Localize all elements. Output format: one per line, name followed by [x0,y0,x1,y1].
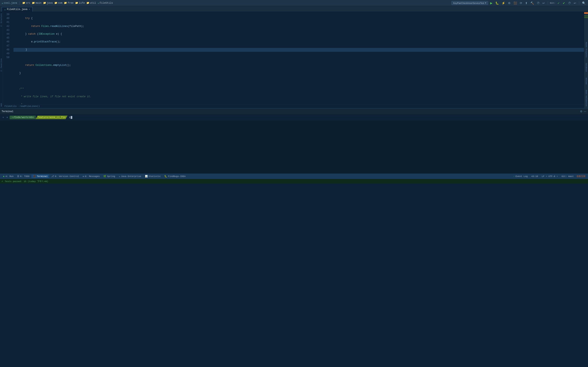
code-line-47 [13,79,584,83]
build-button[interactable]: 🔨 [530,1,535,5]
terminal-status-icon: ⬛ [33,175,36,178]
status-java-enterprise[interactable]: ☕ Java Enterprise [117,175,143,178]
profile-button[interactable]: ⚙ [507,1,511,5]
line-num-46: 46◆ [3,40,9,44]
terminal-close-button[interactable]: × [6,115,9,119]
toolbar-com[interactable]: 📁 com [54,1,62,4]
breadcrumb-class[interactable]: FileUtils [4,105,17,108]
code-line-41: } catch (IOException e) { [13,32,584,36]
git-check-button[interactable]: ✓ [557,1,561,5]
search-everywhere-button[interactable]: 🔍 [581,1,586,5]
java-enterprise-icon: ☕ [119,175,120,178]
git-branch-label: Git: mast [562,175,574,178]
status-version-control[interactable]: ⎇ 9: Version Control [50,175,81,178]
line-num-41: 41 [3,20,9,24]
status-encoding[interactable]: LF ÷ UTF-8 ÷ [540,175,559,178]
toolbar-sep-3 [579,1,579,5]
git-undo-button[interactable]: ↩ [573,1,577,5]
git-history-button[interactable]: ⏱ [567,1,572,5]
left-panel-spacer2 [0,73,3,101]
position-label: 43:10 [531,175,538,178]
todo-label: 6: TODO [20,175,29,178]
run-button[interactable]: ▶ [489,1,493,5]
git-tick-button[interactable]: ✔ [562,1,566,5]
git-label: Git: [550,2,555,4]
code-area[interactable]: 39 40 41 42 43 44 45 46◆ 47 48▼ 49 50 tr… [3,12,584,104]
status-git-branch[interactable]: Git: mast [560,175,575,178]
main-area: 2: Structure 2: Favorites Web 39 40 41 4… [0,12,588,108]
reload-button[interactable]: ⟳ [519,1,523,5]
scview-label[interactable]: SCView [585,77,588,85]
terminal-tabs-bar: + × ~/Code/work/ebs feature/aone_ci_fix … [0,115,588,120]
toolbar-free[interactable]: 📁 free [64,1,73,4]
toolbar-src[interactable]: 📁 src [22,1,30,4]
status-terminal[interactable]: ⬛ Terminal [31,175,49,178]
terminal-settings-button[interactable]: ⚙ [580,110,582,113]
terminal-path-branch: feature/aone_ci_fix [35,116,68,119]
statistic-icon: 📊 [145,175,148,178]
tests-passed-label: Tests passed: 15 (today 下午7:49) [5,180,48,183]
toolbar-main[interactable]: 📁 main [32,1,42,4]
change-marker-2 [584,17,588,18]
status-event-log[interactable]: ⚡ Event Log [512,175,529,178]
status-messages[interactable]: ✉ 0: Messages [81,175,101,178]
spring-label: Spring [107,175,115,178]
status-todo[interactable]: ☰ 6: TODO [16,175,31,178]
terminal-add-tab-button[interactable]: + [2,115,5,119]
status-findbugs[interactable]: 🐛 FindBugs-IDEA [163,175,187,178]
bean-validation-label[interactable]: Bean Validation [585,89,588,107]
toolbar-life[interactable]: 📁 life [75,1,85,4]
code-content[interactable]: try { return Files.readAllLines(filePath… [11,12,584,104]
terminal-cursor [71,116,72,119]
run-config-button[interactable]: KeyPairCheckInnerServiceTest ▾ [451,1,488,5]
rollback-button[interactable]: ↩ [542,1,546,5]
left-panel-favorites[interactable]: 2: Favorites [0,57,3,73]
toolbar-sep-1 [20,1,20,5]
toolbar-fileutils[interactable]: ☕ FileUtils [98,1,113,4]
toolbar-java[interactable]: 📁 java [43,1,53,4]
terminal-header-right: ⚙ — [580,110,586,113]
editor-tab-fileutils[interactable]: ☕ FileUtils.java × [2,7,33,12]
tests-check-icon: ✓ [2,180,3,183]
code-line-49: * write file lines, if file not exist cr… [13,95,584,99]
status-spring[interactable]: 🌿 Spring [102,175,117,178]
coverage-button[interactable]: ⚡ [501,1,506,5]
update-button[interactable]: ⬆ [524,1,528,5]
findbugs-icon: 🐛 [164,175,167,178]
code-line-46: } [13,71,584,75]
dropdown-icon: ▾ [485,2,486,4]
line-num-47: 47 [3,44,9,48]
maven-projects-label[interactable]: Maven Projects [585,41,588,58]
todo-icon: ☰ [17,175,19,178]
code-editor: 39 40 41 42 43 44 45 46◆ 47 48▼ 49 50 tr… [3,12,584,108]
terminal-prompt-arrow: ❯ [69,116,70,119]
status-statistic[interactable]: 📊 Statistic [143,175,162,178]
breadcrumb-method[interactable]: readFileLines() [20,105,40,108]
line-num-45: 45 [3,36,9,40]
left-panel-structure[interactable]: 2: Structure [0,12,3,28]
debug-button[interactable]: 🐛 [494,1,500,5]
event-log-label: Event Log [516,175,527,178]
code-line-48: /** [13,87,584,91]
toolbar-logo[interactable]: ☕ cool.java [2,1,17,5]
chinese-logo: 创新互联 [576,174,586,178]
left-panel-spacer [0,28,3,57]
status-run[interactable]: ▶ 4: Run [2,175,15,178]
line-num-50: 50 [3,56,9,59]
code-line-39: try { [13,17,584,20]
terminal-header: Terminal ⚙ — [0,108,588,115]
tab-close-icon[interactable]: × [29,8,30,11]
toolbar-util[interactable]: 📁 util [86,1,96,4]
code-line-45: return Collections.emptyList(); [13,63,584,67]
terminal-panel: Terminal ⚙ — + × ~/Code/work/ebs feature… [0,108,588,173]
terminal-path-home: ~/Code/work/ebs [9,116,36,119]
version-control-icon: ⎇ [51,175,54,178]
left-panel-web[interactable]: Web [0,101,3,108]
terminal-minimize-button[interactable]: — [584,110,586,113]
history-button[interactable]: ⏱ [536,1,540,5]
line-numbers: 39 40 41 42 43 44 45 46◆ 47 48▼ 49 50 [3,12,11,104]
stop-button[interactable]: ⬛ [513,1,518,5]
database-label[interactable]: Database [585,62,588,73]
code-line-43: } [13,48,584,52]
terminal-body[interactable] [0,120,588,173]
